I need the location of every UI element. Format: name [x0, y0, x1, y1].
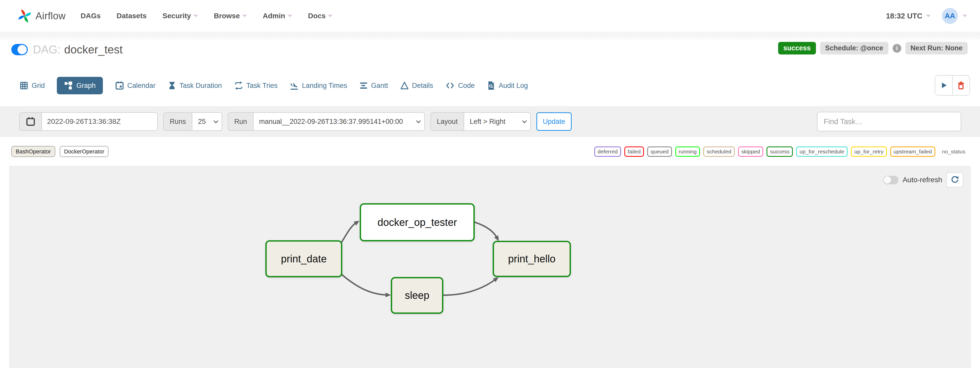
dag-header: DAG: docker_test [11, 43, 123, 56]
nav-item-label: DAGs [81, 12, 101, 20]
code-icon [445, 81, 455, 90]
layout-select[interactable]: Left > Right [464, 112, 531, 131]
dag-state-badge[interactable]: success [778, 42, 816, 54]
runs-select[interactable]: 25 [192, 112, 222, 131]
state-legend-no-status[interactable]: no_status [939, 146, 969, 157]
dag-action-buttons [935, 75, 970, 95]
layout-label: Layout [431, 112, 464, 131]
tab-audit-log[interactable]: Audit Log [487, 81, 528, 90]
state-legend-upstream-failed[interactable]: upstream_failed [890, 146, 935, 157]
next-run-badge: Next Run: None [905, 42, 968, 54]
run-selected-value: manual__2022-09-26T13:36:37.995141+00:00 [259, 118, 403, 126]
nav-item-admin[interactable]: Admin [263, 12, 292, 20]
auto-refresh-toggle[interactable] [883, 176, 899, 184]
tab-label: Calendar [127, 82, 156, 90]
tab-label: Grid [32, 82, 45, 90]
state-legend-failed[interactable]: failed [624, 146, 644, 157]
chevron-down-icon [926, 15, 931, 17]
operator-legend-bashoperator: BashOperator [11, 146, 55, 157]
repeat-icon [234, 81, 243, 90]
tab-details[interactable]: Details [400, 81, 433, 90]
tab-code[interactable]: Code [445, 81, 475, 90]
state-legend-up-for-retry[interactable]: up_for_retry [851, 146, 887, 157]
nav-item-dags[interactable]: DAGs [81, 12, 101, 20]
tab-gantt[interactable]: Gantt [359, 81, 388, 90]
dag-edges [10, 166, 970, 368]
schedule-badge[interactable]: Schedule: @once [820, 42, 888, 54]
chevron-down-icon [522, 119, 527, 123]
runs-selected-value: 25 [198, 118, 206, 126]
plane-landing-icon [290, 81, 299, 90]
graph-canvas[interactable]: print_date docker_op_tester sleep print_… [9, 166, 971, 368]
airflow-pinwheel-icon [16, 8, 33, 24]
hourglass-icon [168, 81, 177, 90]
avatar[interactable]: AA [942, 8, 958, 24]
tab-task-tries[interactable]: Task Tries [234, 81, 278, 90]
state-legend-running[interactable]: running [675, 146, 700, 157]
find-task-input[interactable] [817, 112, 961, 131]
state-legend-up-for-reschedule[interactable]: up_for_reschedule [796, 146, 848, 157]
edge-docker_op_tester-to-print_hello [474, 222, 497, 238]
airflow-dag-graph-page: { "navbar": { "brand": "Airflow", "items… [0, 0, 980, 368]
state-legend-scheduled[interactable]: scheduled [703, 146, 735, 157]
navbar-right: 18:32 UTC AA [886, 8, 967, 24]
nav-item-docs[interactable]: Docs [308, 12, 332, 20]
header-fade [0, 33, 980, 42]
base-date-group [19, 112, 158, 131]
grid-icon [19, 81, 29, 90]
run-select[interactable]: manual__2022-09-26T13:36:37.995141+00:00 [253, 112, 425, 131]
tab-label: Task Tries [247, 82, 278, 90]
calendar-icon [115, 81, 124, 90]
base-date-input[interactable] [41, 112, 158, 131]
tab-graph[interactable]: Graph [57, 77, 103, 94]
task-node-print_hello[interactable]: print_hello [493, 241, 571, 277]
runs-label: Runs [163, 112, 192, 131]
chevron-down-icon [288, 15, 292, 17]
chevron-down-icon[interactable] [963, 15, 967, 17]
update-button[interactable]: Update [536, 112, 572, 131]
trigger-dag-button[interactable] [935, 76, 952, 95]
nav-item-security[interactable]: Security [162, 12, 198, 20]
info-icon[interactable]: i [892, 44, 901, 53]
brand-name[interactable]: Airflow [35, 11, 66, 22]
state-legend-deferred[interactable]: deferred [594, 146, 621, 157]
navbar: Airflow DAGs Datasets Security Browse Ad… [0, 0, 980, 32]
nav-item-datasets[interactable]: Datasets [116, 12, 146, 20]
task-node-docker_op_tester[interactable]: docker_op_tester [360, 203, 475, 241]
run-label: Run [228, 112, 253, 131]
tab-grid[interactable]: Grid [19, 81, 45, 90]
filter-bar: Runs 25 Run manual__2022-09-26T13:36:37.… [0, 106, 980, 137]
tab-label: Task Duration [180, 82, 222, 90]
nav-item-browse[interactable]: Browse [214, 12, 247, 20]
tab-calendar[interactable]: Calendar [115, 81, 156, 90]
dag-pause-toggle[interactable] [11, 44, 28, 55]
edge-sleep-to-print_hello [443, 279, 495, 295]
nav-item-label: Admin [263, 12, 285, 20]
tab-landing-times[interactable]: Landing Times [290, 81, 347, 90]
tab-task-duration[interactable]: Task Duration [168, 81, 222, 90]
dag-header-badges: success Schedule: @once i Next Run: None [778, 42, 968, 54]
calendar-addon [19, 112, 41, 131]
operator-legend-dockeroperator: DockerOperator [60, 146, 109, 157]
main-nav: DAGs Datasets Security Browse Admin Docs [81, 12, 333, 20]
tab-label: Gantt [371, 82, 388, 90]
timezone-selector[interactable]: 18:32 UTC [886, 12, 931, 20]
airflow-logo[interactable]: Airflow [16, 8, 66, 24]
state-legend-success[interactable]: success [767, 146, 793, 157]
task-node-print_date[interactable]: print_date [266, 240, 342, 277]
task-node-sleep[interactable]: sleep [391, 277, 443, 314]
audit-log-icon [487, 81, 496, 90]
refresh-icon [950, 175, 959, 184]
page-title: DAG: docker_test [33, 43, 123, 56]
calendar-icon [26, 117, 35, 127]
refresh-button[interactable] [946, 173, 963, 187]
delete-dag-button[interactable] [953, 76, 970, 95]
auto-refresh-label: Auto-refresh [903, 176, 942, 184]
state-legend-queued[interactable]: queued [647, 146, 672, 157]
chevron-down-icon [193, 15, 198, 17]
state-legend-skipped[interactable]: skipped [738, 146, 763, 157]
edge-print_date-to-docker_op_tester [341, 223, 356, 243]
nav-item-label: Security [162, 12, 191, 20]
tab-label: Graph [76, 82, 95, 90]
tab-label: Landing Times [302, 82, 347, 90]
